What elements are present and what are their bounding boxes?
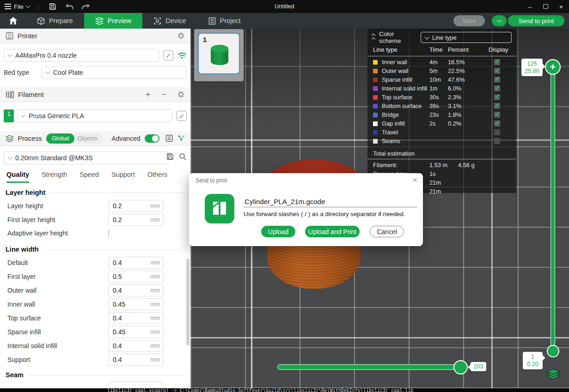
tab-preview[interactable]: Preview bbox=[84, 13, 143, 29]
scope-global[interactable]: Global bbox=[46, 133, 75, 144]
bed-type-select[interactable]: Cool Plate bbox=[42, 66, 187, 79]
process-scope-toggle[interactable]: Global Objects bbox=[46, 133, 104, 144]
process-advanced-icon[interactable] bbox=[177, 134, 185, 142]
layers-view-button[interactable] bbox=[546, 368, 561, 381]
layer-slider-bottom-handle[interactable] bbox=[547, 345, 559, 357]
plate-thumbnail[interactable]: 1 bbox=[194, 29, 244, 81]
edit-filament-button[interactable] bbox=[177, 111, 187, 121]
layer-slider-track[interactable] bbox=[551, 67, 555, 352]
color-scheme-mode-select[interactable]: Line type bbox=[421, 32, 512, 43]
move-slider-track[interactable] bbox=[277, 364, 462, 370]
dialog-close-button[interactable]: × bbox=[412, 175, 417, 185]
sidebar-scrollbar[interactable] bbox=[186, 259, 190, 345]
tab-device-label: Device bbox=[165, 17, 186, 24]
collapse-icon[interactable] bbox=[372, 34, 375, 41]
display-checkbox[interactable] bbox=[494, 85, 500, 91]
cube-icon bbox=[37, 17, 45, 25]
tab-quality[interactable]: Quality bbox=[6, 171, 29, 183]
search-icon[interactable] bbox=[179, 153, 187, 161]
legend-row: Bottom surface39s3.1% bbox=[367, 102, 516, 110]
close-button[interactable]: × bbox=[553, 0, 569, 13]
file-menu[interactable]: File bbox=[5, 3, 30, 10]
cancel-button[interactable]: Cancel bbox=[370, 226, 404, 237]
stat-row: Filament:1.53 m4.56 g bbox=[367, 161, 516, 169]
tab-support[interactable]: Support bbox=[111, 171, 135, 183]
wifi-icon[interactable] bbox=[177, 52, 187, 59]
tab-project-label: Project bbox=[220, 17, 241, 24]
dialog-title: Send to print bbox=[196, 177, 227, 184]
display-checkbox[interactable] bbox=[494, 112, 500, 118]
process-preset-value: 0.20mm Standard @MK3S bbox=[15, 154, 93, 162]
adaptive-layer-height-checkbox[interactable] bbox=[108, 229, 109, 237]
minimize-button[interactable]: – bbox=[522, 0, 538, 13]
printer-host-logo bbox=[205, 194, 234, 223]
legend-row: Seams bbox=[367, 137, 516, 145]
upload-button[interactable]: Upload bbox=[261, 226, 295, 237]
save-preset-icon[interactable] bbox=[166, 153, 174, 160]
filament-settings-gear-icon[interactable] bbox=[177, 90, 185, 98]
setting-row: Adaptive layer height bbox=[6, 227, 190, 240]
console-text: libslic3r_cgal.vcxproj -> C:\Codes\Bambu… bbox=[107, 388, 413, 392]
printer-preset-value: A4MaxPro 0.4 nozzle bbox=[15, 52, 77, 59]
project-icon bbox=[208, 17, 216, 25]
tab-speed[interactable]: Speed bbox=[80, 171, 99, 183]
undo-icon bbox=[65, 3, 73, 10]
bed-type-label: Bed type bbox=[4, 69, 42, 76]
display-checkbox[interactable] bbox=[494, 138, 500, 144]
save-button[interactable] bbox=[47, 1, 59, 12]
display-checkbox[interactable] bbox=[494, 103, 500, 109]
add-filament-button[interactable]: + bbox=[146, 90, 151, 100]
layer-slider-top-handle[interactable]: + bbox=[545, 59, 561, 75]
tab-prepare[interactable]: Prepare bbox=[26, 13, 84, 29]
maximize-button[interactable] bbox=[538, 0, 553, 13]
scope-objects[interactable]: Objects bbox=[74, 135, 103, 142]
filament-preset-select[interactable]: Prusa Generic PLA bbox=[17, 109, 172, 122]
slice-button[interactable]: Slice bbox=[453, 15, 485, 26]
section-seam: Seam bbox=[6, 371, 190, 379]
process-preset-select[interactable]: 0.20mm Standard @MK3S bbox=[4, 151, 168, 164]
tab-others[interactable]: Others bbox=[147, 171, 168, 183]
printer-preset-select[interactable]: A4MaxPro 0.4 nozzle bbox=[4, 49, 159, 62]
display-checkbox[interactable] bbox=[494, 68, 500, 74]
file-menu-label: File bbox=[14, 3, 24, 10]
legend-row: Sparse infill10m47.6% bbox=[367, 75, 516, 84]
undo-button[interactable] bbox=[63, 1, 75, 12]
color-swatch bbox=[373, 60, 378, 65]
color-swatch bbox=[373, 95, 378, 100]
display-checkbox[interactable] bbox=[494, 94, 500, 100]
display-checkbox[interactable] bbox=[494, 77, 500, 83]
tab-strength[interactable]: Strength bbox=[42, 171, 67, 183]
home-button[interactable] bbox=[0, 13, 26, 29]
send-to-print-button[interactable]: Send to print bbox=[508, 15, 564, 26]
move-slider-handle[interactable] bbox=[453, 360, 468, 374]
legend-row: Outer wall5m22.5% bbox=[367, 66, 516, 75]
parameter-list-icon[interactable] bbox=[165, 134, 173, 142]
printer-section-title: Printer bbox=[18, 32, 37, 40]
color-swatch bbox=[373, 121, 378, 126]
color-swatch bbox=[373, 69, 378, 73]
printer-settings-gear-icon[interactable] bbox=[177, 32, 185, 40]
display-checkbox[interactable] bbox=[494, 59, 500, 65]
filename-input[interactable] bbox=[244, 196, 417, 207]
tab-device[interactable]: Device bbox=[142, 13, 197, 29]
advanced-toggle[interactable] bbox=[145, 134, 160, 143]
remove-filament-button[interactable]: − bbox=[161, 90, 166, 100]
filament-section-header: Filament + − bbox=[0, 87, 190, 102]
legend-row: Gap infill2s0.2% bbox=[367, 119, 516, 128]
chevron-down-icon bbox=[26, 4, 31, 8]
color-swatch bbox=[373, 113, 378, 117]
partial-input bbox=[108, 381, 164, 385]
main-nav: Prepare Preview Device Project Slice Sen… bbox=[0, 13, 569, 29]
tab-project[interactable]: Project bbox=[197, 13, 252, 29]
edit-printer-button[interactable] bbox=[163, 50, 173, 60]
redo-button[interactable] bbox=[80, 1, 92, 12]
send-to-print-dialog: Send to print × Use forward slashes ( / … bbox=[189, 173, 423, 246]
filament-slot-badge[interactable]: 1 bbox=[4, 109, 14, 122]
layers-icon bbox=[546, 368, 561, 381]
setting-row: Outer wall mm bbox=[6, 283, 190, 297]
display-checkbox[interactable] bbox=[494, 121, 500, 127]
send-options-button[interactable] bbox=[492, 15, 507, 26]
color-swatch bbox=[373, 130, 378, 135]
upload-and-print-button[interactable]: Upload and Print bbox=[305, 226, 360, 237]
display-checkbox[interactable] bbox=[494, 129, 500, 135]
